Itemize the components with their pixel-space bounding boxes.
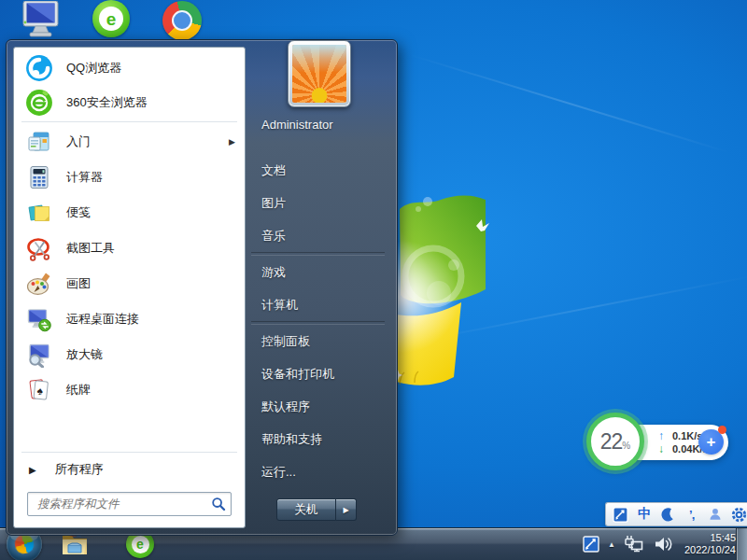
360-browser-letter: e xyxy=(132,536,149,553)
solitaire-icon: ♠ xyxy=(25,376,53,404)
show-desktop-button[interactable] xyxy=(736,528,747,560)
shutdown-button[interactable]: 关机 xyxy=(276,498,336,521)
menu-item-qq-browser[interactable]: QQ浏览器 xyxy=(14,50,245,85)
menu-item-computer[interactable]: 计算机 xyxy=(246,288,390,321)
moon-fullhalf-width-icon[interactable] xyxy=(658,505,677,524)
calculator-icon xyxy=(25,163,53,191)
all-programs-label: 所有程序 xyxy=(55,461,104,478)
clock-date: 2022/10/24 xyxy=(684,544,736,556)
tray-clock[interactable]: 15:45 2022/10/24 xyxy=(684,532,736,556)
menu-separator xyxy=(21,452,237,453)
computer-icon[interactable] xyxy=(21,1,62,44)
360-browser-icon xyxy=(25,89,53,117)
network-icon[interactable] xyxy=(624,535,644,553)
menu-item-label: 画图 xyxy=(66,275,91,292)
menu-item-magnifier[interactable]: 放大镜 xyxy=(14,337,245,372)
menu-item-solitaire[interactable]: ♠ 纸牌 xyxy=(14,372,245,408)
menu-item-label: 计算器 xyxy=(66,169,103,186)
tray-expand-arrow[interactable]: ▲ xyxy=(608,540,615,549)
paint-icon xyxy=(25,270,53,298)
usage-percent-value: 22 xyxy=(600,417,623,466)
windows-logo-icon xyxy=(13,533,35,554)
clock-time: 15:45 xyxy=(684,532,736,544)
search-input[interactable] xyxy=(35,497,211,511)
menu-item-label: 远程桌面连接 xyxy=(66,311,139,328)
menu-item-games[interactable]: 游戏 xyxy=(246,256,390,288)
menu-item-run[interactable]: 运行... xyxy=(246,455,390,488)
menu-item-help-support[interactable]: 帮助和支持 xyxy=(246,423,390,455)
menu-item-360-browser[interactable]: 360安全浏览器 xyxy=(14,85,245,119)
360-browser-letter: e xyxy=(99,7,123,31)
menu-separator xyxy=(21,121,237,122)
remote-desktop-icon xyxy=(25,305,53,333)
shutdown-controls: 关机 ▶ xyxy=(276,498,357,521)
user-name[interactable]: Administrator xyxy=(246,108,390,141)
usage-gauge[interactable]: 22 % xyxy=(586,413,644,470)
desktop-wallpaper: e QQ浏览器 xyxy=(0,0,747,560)
search-box[interactable] xyxy=(27,492,232,516)
start-menu-left-panel: QQ浏览器 360安全浏览器 xyxy=(13,47,246,528)
all-programs-button[interactable]: ▶ 所有程序 xyxy=(14,455,245,484)
submenu-arrow-icon: ▶ xyxy=(229,137,235,147)
start-menu-pinned-list: QQ浏览器 360安全浏览器 xyxy=(14,48,245,408)
magnifier-icon xyxy=(25,341,53,369)
qq-browser-icon xyxy=(25,54,53,82)
all-programs-arrow-icon: ▶ xyxy=(29,465,36,475)
net-speed-widget[interactable]: ↑ 0.1K/s ↓ 0.04K/s 22 % + xyxy=(586,413,728,472)
download-arrow-icon: ↓ xyxy=(655,443,667,455)
menu-item-control-panel[interactable]: 控制面板 xyxy=(246,325,390,357)
shutdown-options-arrow[interactable]: ▶ xyxy=(336,498,357,521)
search-area xyxy=(14,484,245,527)
menu-item-calculator[interactable]: 计算器 xyxy=(14,160,245,195)
menu-item-sticky-notes[interactable]: 便笺 xyxy=(14,195,245,231)
input-method-icon[interactable] xyxy=(612,505,630,524)
menu-item-pictures[interactable]: 图片 xyxy=(246,187,390,219)
tray-input-method-icon[interactable] xyxy=(583,536,599,553)
start-menu: QQ浏览器 360安全浏览器 xyxy=(6,39,398,536)
menu-item-label: 截图工具 xyxy=(66,240,115,257)
menu-item-documents[interactable]: 文档 xyxy=(246,154,390,187)
menu-item-devices-printers[interactable]: 设备和打印机 xyxy=(246,357,390,390)
snipping-tool-icon xyxy=(25,234,53,262)
sticky-notes-icon xyxy=(25,199,53,227)
user-dict-icon[interactable] xyxy=(706,505,725,524)
menu-item-label: 入门 xyxy=(66,133,91,150)
menu-item-label: QQ浏览器 xyxy=(66,60,121,77)
system-tray: ▲ 15:45 2022/10/24 xyxy=(583,528,736,560)
menu-item-default-programs[interactable]: 默认程序 xyxy=(246,390,390,423)
menu-item-label: 放大镜 xyxy=(66,346,103,363)
menu-item-music[interactable]: 音乐 xyxy=(246,219,390,252)
360-browser-icon[interactable]: e xyxy=(92,0,130,37)
search-icon[interactable] xyxy=(211,497,226,511)
chrome-icon[interactable] xyxy=(162,1,202,40)
menu-item-getting-started[interactable]: 入门 ▶ xyxy=(14,124,245,160)
menu-item-remote-desktop[interactable]: 远程桌面连接 xyxy=(14,301,245,337)
chinese-mode-indicator[interactable]: 中 xyxy=(635,505,654,524)
menu-item-label: 360安全浏览器 xyxy=(66,94,148,111)
widget-notification-dot xyxy=(718,426,726,434)
menu-item-snipping-tool[interactable]: 截图工具 xyxy=(14,231,245,266)
user-avatar[interactable] xyxy=(288,40,351,107)
menu-item-paint[interactable]: 画图 xyxy=(14,266,245,301)
language-bar: 中 ’, xyxy=(605,502,747,526)
volume-icon[interactable] xyxy=(653,535,673,553)
menu-item-label: 便笺 xyxy=(66,204,91,221)
punctuation-mode-indicator[interactable]: ’, xyxy=(683,505,701,524)
avatar-flower-image xyxy=(292,45,346,103)
start-menu-right-panel: Administrator 文档 图片 音乐 游戏 计算机 控制面板 设备和打印… xyxy=(246,47,390,528)
upload-arrow-icon: ↑ xyxy=(655,430,667,442)
menu-item-label: 纸牌 xyxy=(66,382,91,399)
getting-started-icon xyxy=(25,128,53,156)
wallpaper-light-streak xyxy=(409,53,731,153)
percent-sign: % xyxy=(622,422,630,470)
settings-gear-icon[interactable] xyxy=(729,505,747,524)
